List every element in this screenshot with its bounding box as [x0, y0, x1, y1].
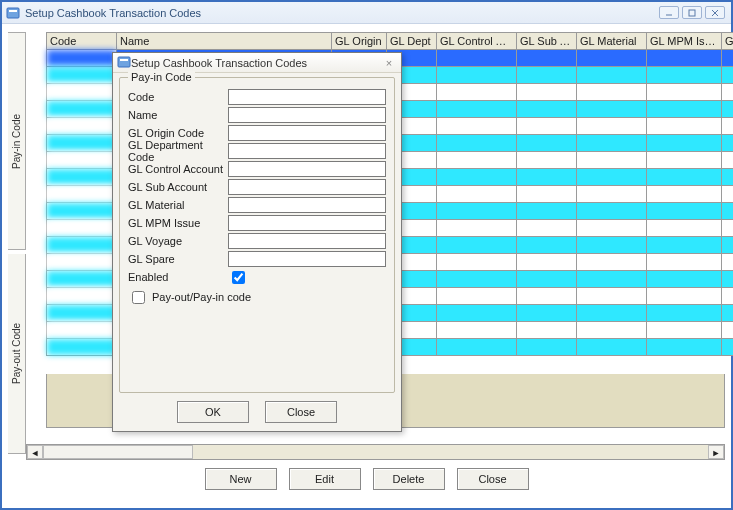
svg-rect-7	[120, 59, 128, 61]
dialog-titlebar: Setup Cashbook Transaction Codes ×	[113, 53, 401, 73]
pay-in-code-group: Pay-in Code Code Name GL Origin Code GL …	[119, 77, 395, 393]
svg-rect-3	[689, 10, 695, 16]
scroll-track[interactable]	[193, 445, 708, 459]
col-gl-voyage[interactable]: GL Voyage	[722, 33, 734, 50]
scroll-left-arrow[interactable]: ◄	[27, 445, 43, 459]
input-gl-origin[interactable]	[228, 125, 386, 141]
titlebar: Setup Cashbook Transaction Codes	[2, 2, 731, 24]
label-gl-origin: GL Origin Code	[128, 127, 228, 139]
delete-button[interactable]: Delete	[373, 468, 445, 490]
checkbox-enabled[interactable]	[232, 271, 245, 284]
label-enabled: Enabled	[128, 271, 228, 283]
input-gl-material[interactable]	[228, 197, 386, 213]
new-button[interactable]: New	[205, 468, 277, 490]
scroll-right-arrow[interactable]: ►	[708, 445, 724, 459]
label-code: Code	[128, 91, 228, 103]
input-gl-control[interactable]	[228, 161, 386, 177]
col-name[interactable]: Name	[117, 33, 332, 50]
label-payout-payin: Pay-out/Pay-in code	[152, 291, 251, 303]
col-gl-origin[interactable]: GL Origin	[332, 33, 387, 50]
col-gl-dept[interactable]: GL Dept	[387, 33, 437, 50]
edit-button[interactable]: Edit	[289, 468, 361, 490]
col-gl-material[interactable]: GL Material	[577, 33, 647, 50]
dialog-app-icon	[117, 55, 131, 71]
col-gl-sub-acc[interactable]: GL Sub Acc	[517, 33, 577, 50]
close-button[interactable]	[705, 6, 725, 19]
close-main-button[interactable]: Close	[457, 468, 529, 490]
group-legend: Pay-in Code	[128, 71, 195, 83]
label-gl-voyage: GL Voyage	[128, 235, 228, 247]
label-name: Name	[128, 109, 228, 121]
label-gl-mpm: GL MPM Issue	[128, 217, 228, 229]
close-dialog-button[interactable]: Close	[265, 401, 337, 423]
input-gl-dept[interactable]	[228, 143, 386, 159]
app-icon	[6, 6, 20, 20]
minimize-button[interactable]	[659, 6, 679, 19]
parent-window: Setup Cashbook Transaction Codes Pay-in …	[0, 0, 733, 510]
label-gl-dept: GL Department Code	[128, 139, 228, 163]
svg-rect-1	[9, 10, 17, 12]
label-gl-spare: GL Spare	[128, 253, 228, 265]
dialog-close-icon[interactable]: ×	[381, 57, 397, 69]
input-gl-spare[interactable]	[228, 251, 386, 267]
svg-rect-0	[7, 8, 19, 18]
col-gl-control-acc[interactable]: GL Control Acc	[437, 33, 517, 50]
horizontal-scrollbar[interactable]: ◄ ►	[26, 444, 725, 460]
col-code[interactable]: Code	[47, 33, 117, 50]
tab-pay-in-code[interactable]: Pay-in Code	[8, 32, 26, 250]
label-gl-control: GL Control Account	[128, 163, 228, 175]
grid-header-row: Code Name GL Origin GL Dept GL Control A…	[47, 33, 734, 50]
dialog-button-bar: OK Close	[113, 401, 401, 423]
label-gl-material: GL Material	[128, 199, 228, 211]
window-title: Setup Cashbook Transaction Codes	[25, 7, 659, 19]
ok-button[interactable]: OK	[177, 401, 249, 423]
main-button-bar: New Edit Delete Close	[8, 468, 725, 496]
maximize-button[interactable]	[682, 6, 702, 19]
svg-rect-6	[118, 57, 130, 67]
input-name[interactable]	[228, 107, 386, 123]
edit-dialog: Setup Cashbook Transaction Codes × Pay-i…	[112, 52, 402, 432]
checkbox-payout-payin[interactable]	[132, 291, 145, 304]
tab-pay-out-code[interactable]: Pay-out Code	[8, 254, 26, 454]
input-code[interactable]	[228, 89, 386, 105]
col-gl-mpm-issue[interactable]: GL MPM Issue	[647, 33, 722, 50]
input-gl-voyage[interactable]	[228, 233, 386, 249]
input-gl-mpm[interactable]	[228, 215, 386, 231]
input-gl-sub[interactable]	[228, 179, 386, 195]
dialog-title: Setup Cashbook Transaction Codes	[131, 57, 307, 69]
label-gl-sub: GL Sub Account	[128, 181, 228, 193]
scroll-thumb[interactable]	[43, 445, 193, 459]
